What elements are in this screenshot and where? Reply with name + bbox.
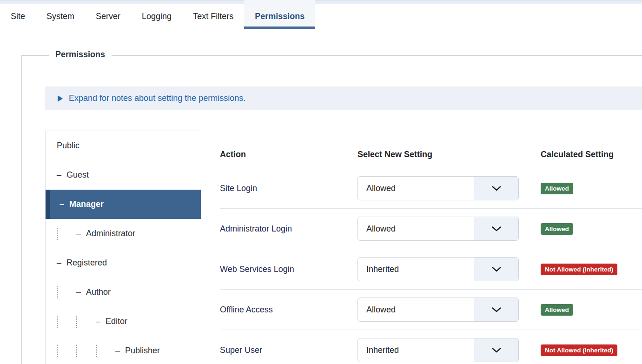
chevron-down-icon <box>474 217 518 240</box>
depth-dash: – <box>57 258 61 268</box>
group-label: Author <box>86 287 111 297</box>
tab-logging[interactable]: Logging <box>131 4 182 29</box>
setting-select-value: Inherited <box>358 258 474 281</box>
group-label: Administrator <box>86 229 135 238</box>
chevron-down-icon <box>474 338 518 362</box>
column-header-action: Action <box>220 139 357 159</box>
column-header-select-new-setting: Select New Setting <box>357 139 541 159</box>
group-item-author[interactable]: – Author <box>46 278 201 307</box>
permissions-notes-toggle[interactable]: Expand for notes about setting the permi… <box>45 86 642 110</box>
calculated-setting-badge: Not Allowed (Inherited) <box>541 344 617 356</box>
group-label: Guest <box>66 170 89 180</box>
setting-select[interactable]: Allowed <box>357 298 519 322</box>
table-row-web-services-login: Web Services Login Inherited Not Allowed… <box>220 249 642 289</box>
table-row-super-user: Super User Inherited Not Allowed (Inheri… <box>220 330 642 364</box>
calculated-setting-badge: Allowed <box>541 183 573 194</box>
calculated-setting-badge: Not Allowed (Inherited) <box>541 264 617 275</box>
tab-server[interactable]: Server <box>85 4 131 29</box>
setting-select-value: Allowed <box>358 217 474 240</box>
depth-dash: – <box>57 170 61 180</box>
user-group-list: Public – Guest – Manager – Administrator… <box>45 131 201 364</box>
setting-select-value: Allowed <box>358 298 474 321</box>
table-row-administrator-login: Administrator Login Allowed Allowed <box>220 208 642 249</box>
column-header-calculated-setting: Calculated Setting <box>541 139 642 159</box>
setting-select[interactable]: Allowed <box>357 217 519 241</box>
permissions-table-header: Action Select New Setting Calculated Set… <box>220 131 642 168</box>
tree-indent-dots <box>96 345 115 357</box>
calculated-setting-badge: Allowed <box>541 304 573 316</box>
group-item-public[interactable]: Public <box>46 131 201 160</box>
group-item-registered[interactable]: – Registered <box>46 248 201 278</box>
action-label[interactable]: Site Login <box>220 184 257 193</box>
setting-select[interactable]: Allowed <box>357 176 519 200</box>
action-label[interactable]: Super User <box>220 345 262 355</box>
calculated-setting-badge: Allowed <box>541 223 573 235</box>
setting-select[interactable]: Inherited <box>357 257 519 281</box>
group-label: Manager <box>69 199 104 209</box>
group-item-manager[interactable]: – Manager <box>46 190 201 219</box>
group-item-editor[interactable]: – Editor <box>46 307 201 336</box>
depth-dash: – <box>76 287 81 297</box>
chevron-down-icon <box>474 177 518 200</box>
chevron-down-icon <box>474 258 518 281</box>
action-label[interactable]: Administrator Login <box>220 224 292 233</box>
group-item-publisher[interactable]: – Publisher <box>46 336 201 364</box>
notes-toggle-label: Expand for notes about setting the permi… <box>69 93 245 103</box>
depth-dash: – <box>60 199 64 209</box>
config-tab-bar: Site System Server Logging Text Filters … <box>0 4 642 29</box>
permissions-table: Action Select New Setting Calculated Set… <box>220 131 642 364</box>
tab-permissions[interactable]: Permissions <box>244 4 315 29</box>
depth-dash: – <box>115 346 120 356</box>
permissions-fieldset: Permissions Expand for notes about setti… <box>21 55 642 364</box>
group-item-administrator[interactable]: – Administrator <box>46 219 201 248</box>
tree-indent-dots <box>76 345 96 357</box>
tree-indent-dots <box>57 228 76 240</box>
chevron-down-icon <box>474 298 518 321</box>
group-label: Publisher <box>125 346 160 356</box>
group-label: Public <box>57 141 79 151</box>
table-row-offline-access: Offline Access Allowed Allowed <box>220 289 642 330</box>
depth-dash: – <box>96 317 100 326</box>
permissions-legend: Permissions <box>49 50 112 60</box>
setting-select-value: Inherited <box>358 338 474 362</box>
triangle-right-icon <box>58 95 63 102</box>
action-label[interactable]: Web Services Login <box>220 265 294 274</box>
table-row-site-login: Site Login Allowed Allowed <box>220 168 642 208</box>
tree-indent-dots <box>57 286 76 298</box>
setting-select[interactable]: Inherited <box>357 338 519 362</box>
group-item-guest[interactable]: – Guest <box>46 160 201 190</box>
tab-site[interactable]: Site <box>0 4 36 29</box>
tab-text-filters[interactable]: Text Filters <box>182 4 244 29</box>
top-strip <box>0 0 642 4</box>
tree-indent-dots <box>57 316 76 328</box>
group-label: Registered <box>66 258 107 268</box>
action-label[interactable]: Offline Access <box>220 305 273 314</box>
tab-system[interactable]: System <box>36 4 85 29</box>
tree-indent-dots <box>76 316 96 328</box>
setting-select-value: Allowed <box>358 177 474 200</box>
group-label: Editor <box>106 317 127 326</box>
tree-indent-dots <box>57 345 76 357</box>
depth-dash: – <box>76 229 81 238</box>
